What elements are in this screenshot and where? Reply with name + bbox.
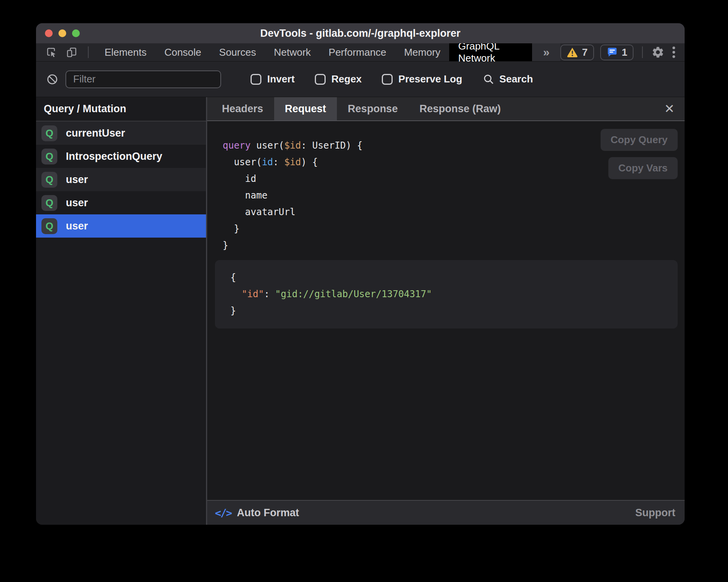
tab-network[interactable]: Network — [265, 43, 319, 61]
list-item-label: user — [66, 197, 88, 209]
support-link[interactable]: Support — [635, 507, 675, 519]
checkbox-box — [315, 74, 326, 85]
issues-count: 1 — [622, 46, 627, 58]
query-list-sidebar: Query / Mutation Q currentUser Q Introsp… — [36, 97, 207, 525]
detail-panel: Headers Request Response Response (Raw) … — [207, 97, 685, 525]
checkbox-label: Invert — [267, 73, 295, 85]
list-item-introspectionquery[interactable]: Q IntrospectionQuery — [36, 145, 206, 168]
warning-icon — [567, 47, 578, 58]
kebab-menu-icon[interactable] — [671, 46, 677, 59]
tab-request[interactable]: Request — [274, 97, 337, 120]
list-item-user-3-selected[interactable]: Q user — [36, 214, 206, 238]
tab-memory[interactable]: Memory — [395, 43, 449, 61]
list-item-label: user — [66, 220, 88, 232]
devtools-tab-bar: Elements Console Sources Network Perform… — [36, 43, 685, 62]
devtools-window: DevTools - gitlab.com/-/graphql-explorer… — [36, 23, 685, 525]
checkbox-box — [382, 74, 393, 85]
copy-vars-button[interactable]: Copy Vars — [608, 157, 678, 179]
tab-response[interactable]: Response — [337, 97, 409, 120]
more-tabs-button[interactable]: » — [532, 43, 560, 61]
search-button[interactable]: Search — [482, 73, 533, 86]
search-icon — [482, 73, 495, 86]
traffic-lights — [45, 29, 80, 37]
settings-gear-icon[interactable] — [651, 46, 664, 59]
list-item-currentuser[interactable]: Q currentUser — [36, 122, 206, 145]
clear-filter-icon[interactable] — [46, 73, 58, 86]
query-type-badge: Q — [41, 172, 57, 188]
tab-elements[interactable]: Elements — [96, 43, 155, 61]
title-bar: DevTools - gitlab.com/-/graphql-explorer — [36, 23, 685, 43]
checkbox-box — [251, 74, 261, 85]
chat-bubble-icon — [606, 46, 618, 58]
query-type-badge: Q — [41, 218, 57, 234]
tab-sources[interactable]: Sources — [210, 43, 265, 61]
query-variables-json: { "id": "gid://gitlab/User/13704317"} — [215, 260, 678, 329]
query-type-badge: Q — [41, 195, 57, 211]
filter-toolbar: Invert Regex Preserve Log Search — [36, 62, 685, 97]
query-type-badge: Q — [41, 149, 57, 164]
query-type-badge: Q — [41, 125, 57, 141]
close-icon: ✕ — [664, 101, 675, 116]
zoom-window-button[interactable] — [72, 29, 80, 37]
code-brackets-icon: </> — [215, 507, 232, 519]
minimize-window-button[interactable] — [58, 29, 66, 37]
device-toolbar-icon[interactable] — [65, 46, 78, 58]
issues-badge[interactable]: 1 — [600, 45, 634, 60]
inspect-element-icon[interactable] — [45, 46, 58, 58]
panel-footer: </> Auto Format Support — [207, 500, 685, 525]
copy-query-button[interactable]: Copy Query — [601, 129, 678, 151]
tab-performance[interactable]: Performance — [320, 43, 395, 61]
preserve-log-checkbox[interactable]: Preserve Log — [382, 73, 462, 85]
sidebar-header: Query / Mutation — [36, 97, 206, 122]
list-item-user-1[interactable]: Q user — [36, 168, 206, 191]
search-label: Search — [500, 73, 533, 85]
window-title: DevTools - gitlab.com/-/graphql-explorer — [36, 27, 685, 39]
invert-checkbox[interactable]: Invert — [251, 73, 295, 85]
list-item-label: user — [66, 174, 88, 186]
list-item-user-2[interactable]: Q user — [36, 191, 206, 214]
chevrons-right-icon: » — [543, 46, 549, 59]
filter-input[interactable] — [65, 70, 221, 88]
detail-tab-bar: Headers Request Response Response (Raw) … — [207, 97, 685, 121]
warnings-badge[interactable]: 7 — [560, 45, 594, 60]
auto-format-label: Auto Format — [237, 507, 299, 519]
tab-response-raw[interactable]: Response (Raw) — [409, 97, 512, 120]
tab-console[interactable]: Console — [155, 43, 210, 61]
warning-count: 7 — [582, 46, 587, 58]
checkbox-label: Preserve Log — [398, 73, 462, 85]
list-item-label: IntrospectionQuery — [66, 151, 162, 163]
close-window-button[interactable] — [45, 29, 53, 37]
toolbar-divider — [88, 46, 89, 58]
regex-checkbox[interactable]: Regex — [315, 73, 362, 85]
auto-format-button[interactable]: </> Auto Format — [215, 507, 299, 519]
badges-divider — [642, 46, 643, 58]
tab-graphql-network[interactable]: GraphQL Network — [449, 43, 532, 61]
request-content: query user($id: UserID) { user(id: $id) … — [207, 121, 685, 500]
list-item-label: currentUser — [66, 127, 125, 139]
devtools-toolbar-icons — [36, 43, 96, 61]
tab-headers[interactable]: Headers — [211, 97, 274, 120]
close-panel-button[interactable]: ✕ — [654, 97, 685, 120]
checkbox-label: Regex — [331, 73, 362, 85]
